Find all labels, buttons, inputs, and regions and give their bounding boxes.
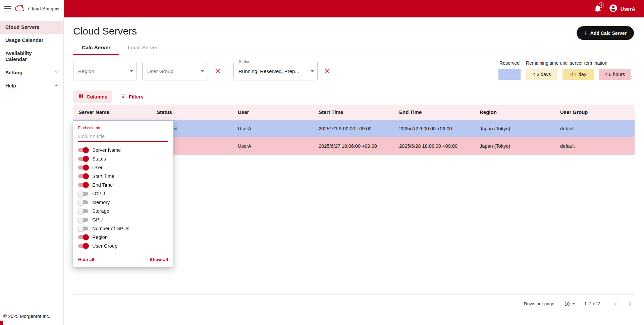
cell-start-time: 2025/6/27 18:06:00 +09:00: [313, 137, 394, 154]
view-columns-icon: [78, 93, 84, 100]
cell-end-time: 2025/6/28 18:06:00 +09:00: [394, 137, 474, 154]
toggle-label: User Group: [92, 243, 117, 249]
column-toggle-server-name: Server Name: [78, 146, 168, 154]
column-toggle-list: Server Name Status User Start Time End T…: [78, 146, 168, 250]
dropdown-arrow-icon: [201, 70, 204, 72]
filter-row: Region User Group Status Running, Reserv…: [73, 62, 332, 80]
column-toggle-end-time: End Time: [78, 181, 168, 189]
user-menu[interactable]: UserA: [609, 4, 635, 14]
column-header-status[interactable]: Status: [151, 105, 232, 120]
logo-area: Cloud Bouquet: [0, 0, 64, 17]
toggle-label: GPU: [92, 217, 103, 222]
topbar: Cloud Bouquet 1 UserA: [0, 0, 644, 17]
tabs: Calc Server Login Server: [73, 41, 635, 55]
columns-button[interactable]: Columns: [73, 90, 112, 103]
sidebar-item-setting[interactable]: Setting: [0, 66, 63, 79]
toggle-switch[interactable]: [78, 192, 88, 196]
columns-button-label: Columns: [87, 94, 107, 100]
find-column-input[interactable]: [78, 131, 168, 142]
cell-region: Japan (Tokyo): [474, 120, 555, 137]
sidebar-item-usage-calendar[interactable]: Usage Calendar: [0, 34, 63, 47]
column-header-user[interactable]: User: [232, 105, 313, 120]
table-header-row: Server Name Status User Start Time End T…: [73, 105, 635, 120]
hide-all-button[interactable]: Hide all: [78, 257, 94, 262]
toggle-switch[interactable]: [78, 200, 88, 204]
toggle-switch[interactable]: [78, 244, 88, 248]
toggle-label: Status: [92, 156, 106, 161]
column-toggle-vcpu: vCPU: [78, 189, 168, 198]
cell-end-time: 2025/7/2 9:00:00 +09:00: [394, 120, 474, 137]
filters-button[interactable]: Filters: [115, 90, 148, 103]
filter-list-icon: [120, 93, 126, 100]
sidebar-item-availability-calendar[interactable]: Availability Calendar: [0, 47, 63, 66]
column-header-region[interactable]: Region: [474, 105, 555, 120]
toggle-switch[interactable]: [78, 218, 88, 222]
notifications-button[interactable]: 1: [593, 4, 603, 13]
toggle-label: End Time: [92, 182, 113, 188]
sidebar-item-help[interactable]: Help: [0, 79, 63, 93]
copyright-text: © 2025 Morgenrot Inc.: [3, 314, 50, 319]
chevron-down-icon: [54, 69, 59, 76]
toggle-switch[interactable]: [78, 174, 88, 178]
rows-per-page-label: Rows per page:: [524, 301, 556, 306]
rows-per-page-select[interactable]: 10: [565, 301, 576, 307]
toggle-switch[interactable]: [78, 226, 88, 231]
region-select[interactable]: Region: [73, 62, 137, 80]
tab-calc-server[interactable]: Calc Server: [73, 41, 119, 55]
add-calc-server-label: Add Calc Server: [590, 30, 627, 36]
user-group-select[interactable]: User Group: [142, 62, 208, 80]
cell-user: UserA: [232, 137, 313, 154]
reserved-legend-label: Reserved: [499, 60, 520, 66]
corner-accent-strip: [0, 321, 3, 325]
username-label: UserA: [621, 6, 635, 12]
column-header-start-time[interactable]: Start Time: [313, 105, 394, 120]
legend: Reserved Remaining time until server ter…: [498, 60, 631, 80]
status-select[interactable]: Status Running, Reserved, Prep...: [233, 62, 318, 80]
previous-page-button[interactable]: [611, 300, 620, 308]
column-toggle-user: User: [78, 163, 168, 172]
toggle-label: Storage: [92, 208, 109, 214]
column-toggle-storage: Storage: [78, 207, 168, 215]
chip-1-day: < 1 day: [562, 69, 594, 80]
bell-icon: [593, 8, 602, 14]
show-all-button[interactable]: Show all: [150, 257, 168, 262]
columns-popup: Find column Server Name Status User Star…: [73, 121, 173, 267]
reserved-color-swatch: [498, 69, 521, 80]
column-toggle-start-time: Start Time: [78, 172, 168, 181]
main-content: Cloud Servers + Add Calc Server Calc Ser…: [64, 17, 644, 325]
toggle-label: Start Time: [92, 174, 114, 179]
next-page-button[interactable]: [626, 300, 635, 308]
column-header-end-time[interactable]: End Time: [394, 105, 474, 120]
sidebar-item-cloud-servers[interactable]: Cloud Servers: [0, 21, 63, 34]
clear-status-filter-button[interactable]: [323, 67, 332, 75]
dropdown-arrow-icon: [130, 70, 133, 72]
filters-button-label: Filters: [129, 94, 144, 100]
toggle-switch[interactable]: [78, 209, 88, 213]
hamburger-menu-icon[interactable]: [4, 6, 11, 11]
cell-user-group: default: [555, 137, 635, 154]
sidebar-item-label: Usage Calendar: [5, 37, 43, 44]
toggle-switch[interactable]: [78, 183, 88, 187]
region-select-label: Region: [78, 68, 94, 74]
toggle-switch[interactable]: [78, 235, 88, 239]
toggle-label: Memory: [92, 200, 110, 205]
column-toggle-gpu: GPU: [78, 215, 168, 224]
toggle-label: Server Name: [92, 147, 121, 153]
avatar-icon: [609, 4, 618, 14]
cell-user: UserA: [232, 120, 313, 137]
status-select-value: Running, Reserved, Prep...: [238, 68, 299, 74]
clear-filter-button[interactable]: [213, 67, 222, 75]
column-toggle-status: Status: [78, 154, 168, 163]
termination-chips: < 3 days < 1 day < 6 hours: [526, 69, 631, 80]
status-select-floating-label: Status: [237, 59, 252, 64]
toggle-switch[interactable]: [78, 157, 88, 161]
toggle-label: Number of GPUs: [92, 226, 129, 231]
tab-login-server[interactable]: Login Server: [119, 41, 166, 55]
column-header-server-name[interactable]: Server Name: [73, 105, 151, 120]
toggle-switch[interactable]: [78, 166, 88, 170]
toggle-switch[interactable]: [78, 148, 88, 152]
pagination: Rows per page: 10 1–2 of 2: [73, 294, 635, 313]
add-calc-server-button[interactable]: + Add Calc Server: [577, 26, 634, 40]
column-header-user-group[interactable]: User Group: [555, 105, 635, 120]
toggle-label: User: [92, 165, 103, 170]
